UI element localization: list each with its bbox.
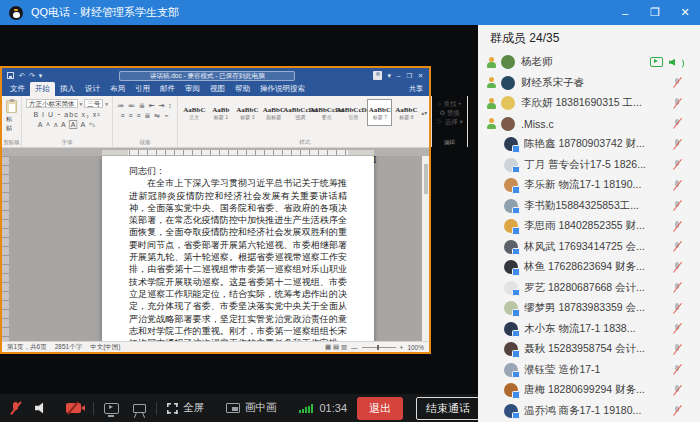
- member-status: [672, 241, 682, 253]
- word-ribbon-tab: 审阅: [180, 82, 205, 96]
- mic-muted-icon[interactable]: [672, 138, 682, 150]
- style-sample: AaBb: [212, 106, 229, 114]
- member-status: [672, 302, 682, 314]
- mic-muted-icon[interactable]: [672, 343, 682, 355]
- member-row[interactable]: 林鱼 17628623694 财务...: [478, 257, 700, 278]
- exit-button[interactable]: 退出: [357, 397, 403, 420]
- member-status: [672, 261, 682, 273]
- word-scrollbar: [422, 156, 429, 341]
- maximize-button[interactable]: ❐: [640, 0, 670, 25]
- word-ribbon-tab: 设计: [80, 82, 105, 96]
- member-avatar: [504, 383, 518, 397]
- toolbar-divider: [93, 402, 94, 415]
- document-page: 同志们： 在全市上下深入学习贯彻习近平总书记关于统筹推进新冠肺炎疫情防控和经济社…: [102, 156, 374, 341]
- mic-muted-icon[interactable]: [672, 323, 682, 335]
- shared-word-window: ↶ ↷ ▾ 讲话稿.doc - 兼容模式 - 已保存到此电脑 ▾ – ❐ ✕ 共…: [0, 66, 431, 354]
- style-label: 副标题: [266, 114, 281, 120]
- mic-muted-icon[interactable]: [672, 159, 682, 171]
- fullscreen-button[interactable]: 全屏: [167, 401, 204, 415]
- member-name: 罗艺 18280687668 会计...: [524, 281, 666, 295]
- member-status: [672, 323, 682, 335]
- style-sample: AaBbC: [369, 106, 391, 114]
- members-header: 群成员 24/35: [478, 25, 700, 52]
- styles-gallery: ▴▾ AaBbC正文 AaBb标题 1 AaBbC标题 3 AaBbC副标题 A…: [182, 99, 428, 126]
- call-timer: 01:34: [320, 402, 348, 414]
- pip-button[interactable]: 画中画: [226, 401, 277, 415]
- close-button[interactable]: ✕: [670, 0, 700, 25]
- mic-muted-icon[interactable]: [672, 241, 682, 253]
- member-row[interactable]: 杨老师: [478, 52, 700, 73]
- style-card: AaBbC标题 8: [394, 99, 419, 126]
- mic-muted-icon[interactable]: [672, 220, 682, 232]
- text-cursor: I: [373, 153, 377, 165]
- member-row[interactable]: 温乔鸿 商务17-1 19180...: [478, 401, 700, 422]
- member-row[interactable]: 李书勤15884325853工...: [478, 196, 700, 217]
- member-row[interactable]: 林风武 17693414725 会...: [478, 237, 700, 258]
- mic-muted-icon[interactable]: [672, 364, 682, 376]
- member-row[interactable]: 李思雨 18402852355 财...: [478, 216, 700, 237]
- member-status: [672, 282, 682, 294]
- style-sample: AaBbC: [395, 106, 417, 114]
- member-avatar: [501, 55, 515, 69]
- fullscreen-label: 全屏: [183, 401, 204, 415]
- member-row[interactable]: 丁月 普专会计17-5 1826...: [478, 155, 700, 176]
- member-status: [672, 159, 682, 171]
- member-row[interactable]: 木小东 物流17-1 1838...: [478, 319, 700, 340]
- in-call-person-icon: [485, 97, 497, 110]
- screen-share-button[interactable]: [104, 403, 119, 414]
- style-label: 强调: [295, 114, 305, 120]
- word-ribbon-tab: 插入: [55, 82, 80, 96]
- member-status: [672, 384, 682, 396]
- screen-share-stage[interactable]: ↶ ↷ ▾ 讲话稿.doc - 兼容模式 - 已保存到此电脑 ▾ – ❐ ✕ 共…: [0, 25, 478, 394]
- word-ribbon: 粘贴 剪贴板 方正小标宋简体 ▾ 三号 ▾ B I U ⁃ abc x₂ x² …: [2, 96, 429, 148]
- camera-muted-button[interactable]: [66, 403, 81, 413]
- member-avatar: [504, 240, 518, 254]
- member-status: [672, 405, 682, 417]
- member-row[interactable]: 唐梅 18280699294 财务...: [478, 380, 700, 401]
- member-row[interactable]: 李乐新 物流17-1 18190...: [478, 175, 700, 196]
- mic-muted-icon[interactable]: [672, 118, 682, 130]
- paragraph-group: ≔ ≕ ≣ ⇤ ⇥ ↕ ≡ ≡ ≡ ≣ ⇋ ⌁ 段落: [113, 96, 178, 147]
- member-row[interactable]: 李欣妍 18381690315 工...: [478, 93, 700, 114]
- mic-muted-icon[interactable]: [672, 200, 682, 212]
- member-name: 唐梅 18280699294 财务...: [524, 383, 666, 397]
- mic-muted-icon[interactable]: [672, 302, 682, 314]
- call-toolbar: 全屏 画中画 01:34 退出 结束通话: [0, 394, 478, 422]
- mic-muted-icon[interactable]: [672, 97, 682, 109]
- mic-muted-icon[interactable]: [672, 282, 682, 294]
- member-row[interactable]: 濮钰莹 造价17-1: [478, 360, 700, 381]
- font-format-buttons: B I U ⁃ abc x₂ x²: [33, 111, 100, 119]
- font-name-combo: 方正小标宋简体: [26, 99, 78, 108]
- speaker-button[interactable]: [35, 402, 48, 414]
- word-ruler: [2, 148, 429, 156]
- minimize-button[interactable]: –: [610, 0, 640, 25]
- mic-muted-icon[interactable]: [672, 261, 682, 273]
- word-count: 2851个字: [55, 343, 82, 352]
- member-row[interactable]: 财经系宋子睿: [478, 73, 700, 94]
- member-row[interactable]: 缪梦男 18783983359 会...: [478, 298, 700, 319]
- zoom-slider: [362, 347, 396, 348]
- word-share-label: 共享: [409, 84, 429, 96]
- mic-muted-icon[interactable]: [672, 384, 682, 396]
- end-call-button[interactable]: 结束通话: [416, 397, 480, 420]
- microphone-muted-button[interactable]: [10, 401, 21, 415]
- view-buttons: ▦ ▤ ▥: [325, 343, 347, 351]
- mic-muted-icon[interactable]: [672, 179, 682, 191]
- member-status: [672, 179, 682, 191]
- member-row[interactable]: 陈艳鑫 18780903742 财...: [478, 134, 700, 155]
- mic-muted-icon[interactable]: [672, 405, 682, 417]
- styles-group-label: 样式: [178, 139, 432, 146]
- word-ribbon-tab: 操作说明搜索: [255, 82, 310, 96]
- member-row[interactable]: 聂秋 15283958754 会计...: [478, 339, 700, 360]
- whiteboard-button[interactable]: [133, 404, 146, 413]
- mic-muted-icon[interactable]: [672, 77, 682, 89]
- member-name: 濮钰莹 造价17-1: [524, 363, 666, 377]
- member-status: [672, 97, 682, 109]
- member-row[interactable]: .Miss.c: [478, 114, 700, 135]
- member-row[interactable]: 罗艺 18280687668 会计...: [478, 278, 700, 299]
- paragraph-buttons-row2: ≡ ≡ ≡ ≣ ⇋ ⌁: [120, 112, 169, 120]
- select-item: ▷ 选择 ▾: [436, 117, 462, 126]
- member-avatar: [504, 158, 518, 172]
- style-label: 标题 8: [399, 114, 413, 120]
- style-label: 引用: [348, 114, 358, 120]
